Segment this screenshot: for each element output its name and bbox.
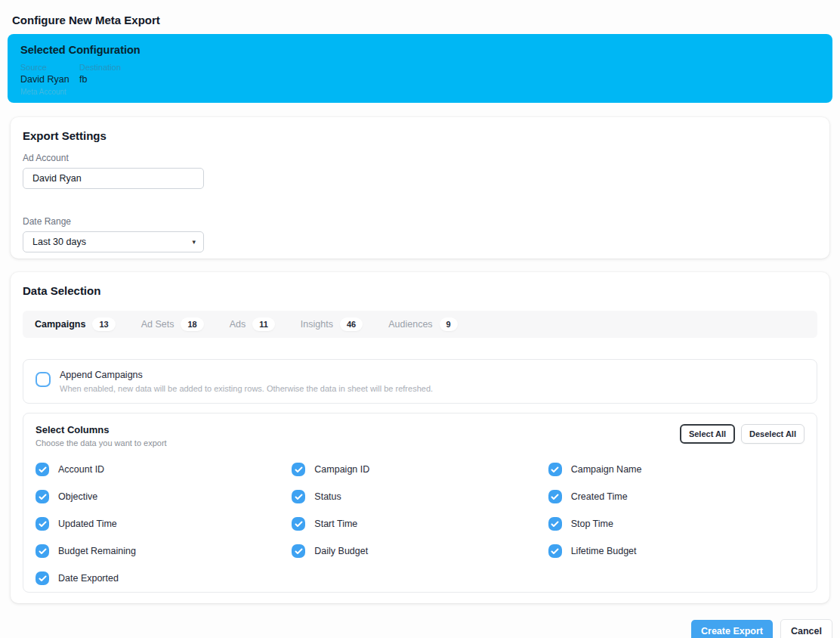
checkbox-checked-icon[interactable]: [36, 571, 49, 585]
source-label: Source: [20, 63, 79, 72]
column-item: Objective: [36, 490, 292, 503]
column-label: Created Time: [571, 491, 628, 502]
column-item: Campaign Name: [548, 463, 804, 476]
footer-actions: Create Export Cancel: [0, 619, 832, 638]
date-range-value: Last 30 days: [32, 237, 86, 247]
date-range-select[interactable]: Last 30 days ▾: [23, 231, 204, 252]
column-label: Budget Remaining: [58, 546, 136, 556]
tab-ads-label: Ads: [230, 319, 246, 330]
checkbox-checked-icon[interactable]: [292, 490, 305, 503]
append-campaigns-checkbox[interactable]: [36, 372, 51, 387]
select-columns-title: Select Columns: [36, 424, 167, 435]
deselect-all-button[interactable]: Deselect All: [741, 424, 804, 444]
tab-ad-sets-label: Ad Sets: [141, 319, 174, 330]
tab-audiences-label: Audiences: [388, 319, 432, 330]
column-item: Campaign ID: [292, 463, 548, 476]
export-settings-card: Export Settings Ad Account Date Range La…: [11, 117, 829, 259]
data-selection-tab-bar: Campaigns 13 Ad Sets 18 Ads 11 Insights …: [23, 311, 817, 338]
export-settings-title: Export Settings: [23, 129, 817, 142]
tab-audiences[interactable]: Audiences 9: [388, 317, 458, 331]
checkbox-checked-icon[interactable]: [292, 463, 305, 476]
tab-ad-sets[interactable]: Ad Sets 18: [141, 317, 204, 331]
column-item: Budget Remaining: [36, 544, 292, 558]
column-item: Lifetime Budget: [548, 544, 804, 558]
checkbox-checked-icon[interactable]: [36, 517, 49, 531]
tab-ads-count-badge: 11: [252, 317, 275, 331]
destination-label: Destination: [79, 63, 121, 72]
tab-ad-sets-count-badge: 18: [181, 317, 203, 331]
tab-insights-label: Insights: [301, 319, 333, 330]
tab-insights[interactable]: Insights 46: [301, 317, 363, 331]
checkbox-checked-icon[interactable]: [36, 544, 49, 558]
column-label: Date Exported: [58, 573, 119, 584]
columns-grid: Account ID Campaign ID Campaign Name Obj…: [36, 463, 804, 585]
banner-title: Selected Configuration: [20, 44, 820, 56]
tab-audiences-count-badge: 9: [440, 317, 458, 331]
column-item: Start Time: [292, 517, 548, 531]
column-item: Account ID: [36, 463, 292, 476]
column-label: Daily Budget: [314, 546, 368, 556]
chevron-down-icon: ▾: [192, 239, 196, 246]
tab-campaigns-count-badge: 13: [92, 317, 115, 331]
column-label: Account ID: [58, 464, 104, 475]
banner-source-block: Source David Ryan Meta Account: [20, 63, 79, 96]
source-value: David Ryan: [20, 74, 79, 85]
select-columns-header-text: Select Columns Choose the data you want …: [36, 424, 167, 448]
checkbox-checked-icon[interactable]: [548, 517, 562, 531]
column-label: Stop Time: [571, 519, 613, 529]
tab-campaigns-label: Campaigns: [35, 319, 85, 330]
data-selection-title: Data Selection: [23, 284, 817, 297]
append-campaigns-label: Append Campaigns: [60, 370, 433, 380]
tab-campaigns[interactable]: Campaigns 13: [35, 317, 116, 331]
checkbox-checked-icon[interactable]: [548, 490, 562, 503]
selected-configuration-banner: Selected Configuration Source David Ryan…: [8, 34, 832, 103]
column-item: Created Time: [548, 490, 804, 503]
select-columns-subtitle: Choose the data you want to export: [36, 438, 167, 448]
column-item: Daily Budget: [292, 544, 548, 558]
column-label: Campaign Name: [571, 464, 642, 475]
checkbox-checked-icon[interactable]: [36, 463, 49, 476]
checkbox-checked-icon[interactable]: [292, 517, 305, 531]
append-campaigns-box: Append Campaigns When enabled, new data …: [23, 359, 817, 404]
tab-ads[interactable]: Ads 11: [230, 317, 275, 331]
data-selection-card: Data Selection Campaigns 13 Ad Sets 18 A…: [11, 272, 829, 603]
checkbox-checked-icon[interactable]: [548, 463, 562, 476]
column-label: Objective: [58, 491, 97, 502]
banner-destination-block: Destination fb: [79, 63, 121, 96]
date-range-label: Date Range: [23, 216, 817, 227]
column-label: Status: [314, 491, 341, 502]
column-label: Updated Time: [58, 519, 117, 529]
column-item: Date Exported: [36, 571, 292, 585]
ad-account-input[interactable]: [23, 168, 204, 189]
source-subtitle: Meta Account: [20, 88, 79, 96]
checkbox-checked-icon[interactable]: [292, 544, 305, 558]
page-title: Configure New Meta Export: [12, 14, 828, 26]
tab-insights-count-badge: 46: [340, 317, 363, 331]
column-label: Lifetime Budget: [571, 546, 637, 556]
select-all-button[interactable]: Select All: [680, 424, 735, 444]
column-item: Updated Time: [36, 517, 292, 531]
append-campaigns-description: When enabled, new data will be added to …: [60, 384, 433, 393]
select-columns-box: Select Columns Choose the data you want …: [23, 413, 817, 593]
column-label: Campaign ID: [314, 464, 369, 475]
cancel-button[interactable]: Cancel: [780, 619, 832, 638]
column-label: Start Time: [314, 519, 357, 529]
ad-account-label: Ad Account: [23, 153, 817, 163]
create-export-button[interactable]: Create Export: [691, 620, 773, 638]
column-item: Stop Time: [548, 517, 804, 531]
destination-value: fb: [79, 74, 121, 85]
checkbox-checked-icon[interactable]: [36, 490, 49, 503]
column-item: Status: [292, 490, 548, 503]
checkbox-checked-icon[interactable]: [548, 544, 562, 558]
